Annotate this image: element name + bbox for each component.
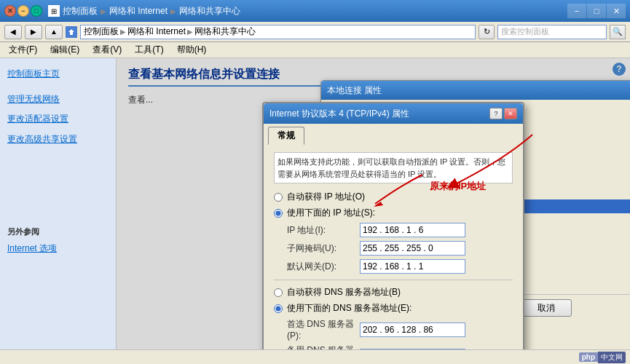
- search-placeholder: 搜索控制面板: [501, 26, 549, 37]
- alternate-dns-row: 备用 DNS 服务器(A):: [287, 344, 513, 349]
- window-buttons: ✕ − □: [4, 5, 42, 17]
- menu-edit[interactable]: 编辑(E): [44, 42, 85, 58]
- gateway-field-row: 默认网关(D):: [287, 259, 513, 274]
- minimize-button[interactable]: −: [567, 4, 586, 18]
- dialog-help-button[interactable]: ?: [489, 108, 503, 119]
- close-window-button[interactable]: ✕: [4, 5, 16, 17]
- main-content-area: 控制面板主页 管理无线网络 更改适配器设置 更改高级共享设置 另外参阅 Inte…: [0, 58, 630, 349]
- sidebar-item-adapter[interactable]: 更改适配器设置: [0, 109, 116, 129]
- auto-dns-row: 自动获得 DNS 服务器地址(B): [274, 286, 513, 298]
- title-bar: ✕ − □ ⊞ 控制面板 ▶ 网络和 Internet ▶ 网络和共享中心 − …: [0, 0, 630, 22]
- auto-dns-label: 自动获得 DNS 服务器地址(B): [287, 286, 401, 298]
- breadcrumb-network-center[interactable]: 网络和共享中心: [179, 5, 240, 17]
- menu-bar: 文件(F) 编辑(E) 查看(V) 工具(T) 帮助(H): [0, 42, 630, 58]
- manual-dns-label: 使用下面的 DNS 服务器地址(E):: [287, 302, 412, 314]
- dialog-title-bar: Internet 协议版本 4 (TCP/IPv4) 属性 ? ✕: [264, 103, 523, 124]
- maximize-window-button[interactable]: □: [31, 5, 42, 17]
- close-button[interactable]: ✕: [607, 4, 626, 18]
- dialog-title-icons: ? ✕: [489, 108, 517, 119]
- manual-ip-radio[interactable]: [274, 209, 283, 218]
- content-area: 查看基本网络信息并设置连接 查看... ? 本地连接 属性 ✕ 常规: [117, 58, 630, 349]
- sidebar: 控制面板主页 管理无线网络 更改适配器设置 更改高级共享设置 另外参阅 Inte…: [0, 58, 117, 349]
- up-button[interactable]: ▲: [45, 25, 63, 39]
- subnet-mask-input[interactable]: [360, 241, 465, 256]
- main-window: ✕ − □ ⊞ 控制面板 ▶ 网络和 Internet ▶ 网络和共享中心 − …: [0, 0, 630, 364]
- status-bar: php 中文网: [0, 349, 630, 364]
- subnet-field-row: 子网掩码(U):: [287, 241, 513, 256]
- preferred-dns-label: 首选 DNS 服务器(P):: [287, 318, 360, 341]
- manual-ip-row: 使用下面的 IP 地址(S):: [274, 207, 513, 219]
- dialog-close-button[interactable]: ✕: [504, 108, 517, 119]
- search-field[interactable]: 搜索控制面板: [497, 25, 607, 39]
- sidebar-item-home[interactable]: 控制面板主页: [0, 64, 116, 84]
- breadcrumb-network-internet[interactable]: 网络和 Internet: [109, 5, 168, 17]
- sidebar-item-wireless[interactable]: 管理无线网络: [0, 90, 116, 109]
- bg-dialog-cancel-button[interactable]: 取消: [521, 299, 572, 317]
- title-bar-text: 控制面板 ▶ 网络和 Internet ▶ 网络和共享中心: [63, 5, 564, 17]
- menu-file[interactable]: 文件(F): [3, 42, 43, 58]
- alternate-dns-label: 备用 DNS 服务器(A):: [287, 344, 360, 349]
- menu-tools[interactable]: 工具(T): [129, 42, 169, 58]
- address-field[interactable]: 控制面板 ▶ 网络和 Internet ▶ 网络和共享中心: [80, 25, 476, 39]
- auto-ip-label: 自动获得 IP 地址(O): [287, 191, 365, 203]
- auto-dns-radio[interactable]: [274, 288, 283, 297]
- dialog-title-text: Internet 协议版本 4 (TCP/IPv4) 属性: [269, 108, 489, 120]
- addr-cp: 控制面板: [84, 25, 119, 38]
- address-bar: ◀ ▶ ▲ 控制面板 ▶ 网络和 Internet ▶ 网络和共享中心 ↻ 搜索…: [0, 22, 630, 42]
- auto-ip-radio[interactable]: [274, 193, 283, 202]
- minimize-window-button[interactable]: −: [17, 5, 29, 17]
- php-site-label: 中文网: [598, 352, 626, 363]
- gateway-field-label: 默认网关(D):: [287, 261, 360, 273]
- forward-button[interactable]: ▶: [25, 25, 42, 39]
- subnet-field-label: 子网掩码(U):: [287, 242, 360, 255]
- gateway-input[interactable]: [360, 259, 465, 274]
- ip-address-input[interactable]: [360, 223, 465, 237]
- title-bar-controls: − □ ✕: [567, 4, 626, 18]
- ip-field-label: IP 地址(I):: [287, 224, 360, 237]
- manual-dns-row: 使用下面的 DNS 服务器地址(E):: [274, 302, 513, 314]
- dialog-description: 如果网络支持此功能，则可以获取自动指派的 IP 设置。否则，您需要从网络系统管理…: [274, 152, 513, 183]
- sidebar-item-internet-options[interactable]: Internet 选项: [0, 239, 116, 258]
- menu-help[interactable]: 帮助(H): [171, 42, 213, 58]
- breadcrumb-control-panel[interactable]: 控制面板: [63, 5, 98, 17]
- sidebar-footer-label: 另外参阅: [0, 222, 116, 239]
- refresh-button[interactable]: ↻: [479, 25, 495, 39]
- menu-view[interactable]: 查看(V): [87, 42, 127, 58]
- bg-dialog-title-text: 本地连接 属性: [327, 84, 382, 97]
- dialog-tab-general[interactable]: 常规: [268, 127, 304, 145]
- addr-net: 网络和 Internet: [127, 25, 186, 38]
- dialog-body: 如果网络支持此功能，则可以获取自动指派的 IP 设置。否则，您需要从网络系统管理…: [264, 145, 523, 349]
- manual-ip-label: 使用下面的 IP 地址(S):: [287, 207, 375, 219]
- back-button[interactable]: ◀: [4, 25, 22, 39]
- alternate-dns-input[interactable]: [360, 349, 465, 350]
- preferred-dns-input[interactable]: [360, 323, 465, 337]
- php-label: php: [579, 352, 598, 362]
- dialog-tabs: 常规: [264, 124, 523, 145]
- auto-ip-row: 自动获得 IP 地址(O): [274, 191, 513, 203]
- addr-center: 网络和共享中心: [194, 25, 256, 38]
- ip-field-row: IP 地址(I):: [287, 223, 513, 237]
- maximize-button[interactable]: □: [587, 4, 606, 18]
- search-button[interactable]: 🔍: [610, 25, 626, 39]
- bg-dialog-title-bar: 本地连接 属性 ✕: [321, 81, 630, 100]
- window-icon: ⊞: [48, 5, 60, 17]
- sidebar-item-sharing[interactable]: 更改高级共享设置: [0, 130, 116, 149]
- preferred-dns-row: 首选 DNS 服务器(P):: [287, 318, 513, 341]
- manual-dns-radio[interactable]: [274, 304, 283, 313]
- address-icon: [66, 26, 77, 38]
- tcpip-properties-dialog: Internet 协议版本 4 (TCP/IPv4) 属性 ? ✕ 常规 如果网…: [262, 102, 524, 349]
